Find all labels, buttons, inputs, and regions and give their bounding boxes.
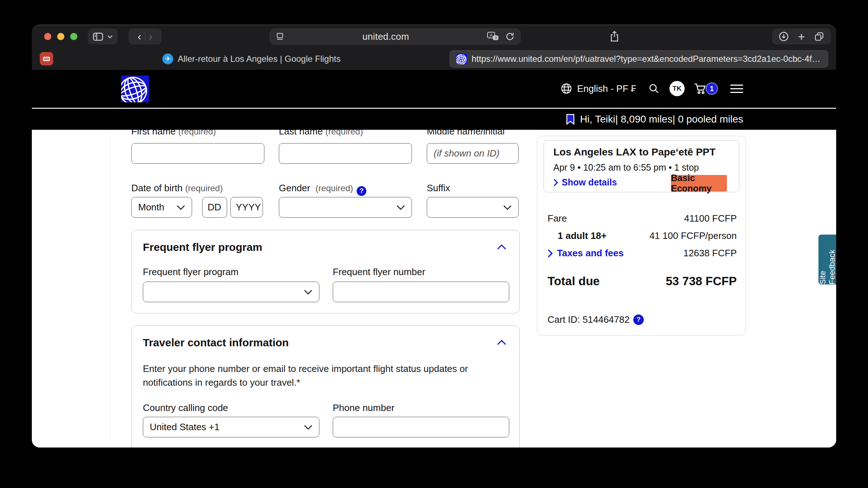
- united-logo[interactable]: [121, 76, 149, 102]
- language-currency-label: English - PF ₣: [577, 83, 636, 94]
- country-code-label: Country calling code: [143, 402, 228, 414]
- chevron-down-icon: [304, 290, 312, 295]
- header-nav: English - PF ₣ TK: [561, 70, 743, 107]
- dob-label: Date of birth (required): [131, 183, 223, 194]
- address-bar[interactable]: united.com A 文: [269, 28, 521, 45]
- chevron-down-icon: [304, 425, 312, 430]
- share-button[interactable]: [605, 29, 624, 44]
- site-feedback-label: Site Feedback: [818, 235, 837, 284]
- svg-text:A: A: [490, 33, 493, 38]
- price-summary-card: Los Angeles LAX to Papeʻetē PPT Apr 9 • …: [537, 136, 746, 335]
- cart-id-help-icon[interactable]: ?: [633, 314, 644, 325]
- close-window-button[interactable]: [44, 33, 51, 40]
- taxes-row: Taxes and fees 12638 FCFP: [548, 248, 737, 259]
- nav-divider: [145, 32, 145, 41]
- tab-google-flights[interactable]: ✈ Aller-retour à Los Angeles | Google Fl…: [57, 48, 446, 70]
- ff-number-input[interactable]: [333, 282, 509, 302]
- fare-row: Fare 41100 FCFP: [548, 213, 737, 224]
- back-button[interactable]: ‹: [138, 31, 141, 42]
- screenshot-stage: ‹ › united.com A 文: [0, 0, 868, 488]
- taxes-value: 12638 FCFP: [684, 248, 737, 259]
- middle-name-label: Middle name/initial: [427, 130, 505, 137]
- google-flights-favicon: ✈: [162, 53, 173, 64]
- page-settings-icon[interactable]: [275, 32, 285, 41]
- flight-info-card: Los Angeles LAX to Papeʻetē PPT Apr 9 • …: [544, 140, 739, 192]
- language-currency-button[interactable]: English - PF ₣: [561, 83, 636, 94]
- dob-day-input[interactable]: DD: [202, 197, 227, 218]
- tab-united-active[interactable]: https://www.united.com/en/pf/uatravel?ty…: [450, 50, 828, 68]
- sidebar-toggle-button[interactable]: [88, 29, 118, 44]
- site-feedback-tab[interactable]: Site Feedback: [818, 235, 836, 284]
- cart-id: Cart ID: 514464782 ?: [548, 314, 644, 325]
- minimize-window-button[interactable]: [57, 33, 64, 40]
- fare-label: Fare: [548, 213, 567, 224]
- cabin-badge: Basic Economy: [671, 175, 727, 192]
- frequent-flyer-section: Frequent flyer program Frequent flyer pr…: [131, 230, 520, 313]
- united-site-header: English - PF ₣ TK: [32, 70, 836, 108]
- total-value: 53 738 FCFP: [666, 274, 737, 288]
- collapse-chevron-up-icon[interactable]: [497, 244, 506, 251]
- collapse-chevron-up-icon[interactable]: [497, 339, 506, 347]
- country-code-select[interactable]: United States +1: [143, 417, 319, 437]
- total-row: Total due 53 738 FCFP: [548, 274, 737, 288]
- nav-buttons: ‹ ›: [128, 29, 162, 44]
- new-tab-button[interactable]: +: [798, 30, 805, 43]
- account-avatar[interactable]: TK: [669, 81, 685, 96]
- passenger-row: 1 adult 18+ 41 100 FCFP/person: [558, 230, 737, 241]
- url-text[interactable]: united.com: [285, 31, 487, 42]
- phone-number-label: Phone number: [333, 402, 395, 414]
- chevron-right-icon: [553, 179, 558, 187]
- contact-description: Enter your phone number or email to rece…: [143, 362, 510, 389]
- toolbar-right-group: +: [772, 29, 831, 44]
- gender-help-icon[interactable]: ?: [357, 186, 366, 196]
- tab-google-flights-title: Aller-retour à Los Angeles | Google Flig…: [178, 54, 340, 64]
- chevron-down-icon: [176, 205, 185, 210]
- flight-route: Los Angeles LAX to Papeʻetē PPT: [553, 146, 716, 158]
- chevron-down-icon: [396, 205, 405, 210]
- passenger-value: 41 100 FCFP/person: [650, 230, 737, 241]
- first-name-input[interactable]: [131, 143, 264, 164]
- pinned-tab[interactable]: [40, 52, 53, 65]
- cart-button[interactable]: 1: [693, 82, 718, 95]
- zoom-window-button[interactable]: [70, 33, 77, 40]
- united-page: English - PF ₣ TK: [32, 70, 836, 448]
- miles-banner: Hi, Teiki| 8,090 miles| 0 pooled miles: [32, 109, 836, 130]
- safari-window: ‹ › united.com A 文: [32, 25, 836, 448]
- search-icon[interactable]: [648, 83, 659, 94]
- ff-program-select[interactable]: [143, 282, 319, 302]
- last-name-input[interactable]: [279, 143, 412, 164]
- dob-year-input[interactable]: YYYY: [230, 197, 263, 218]
- translate-icon[interactable]: A 文: [487, 31, 499, 42]
- passenger-label: 1 adult 18+: [558, 230, 607, 241]
- taxes-link[interactable]: Taxes and fees: [548, 248, 624, 259]
- menu-icon[interactable]: [730, 85, 743, 93]
- last-name-label: Last name (required): [279, 130, 363, 137]
- suffix-select[interactable]: [427, 197, 519, 218]
- forward-button[interactable]: ›: [149, 31, 153, 42]
- total-label: Total due: [548, 274, 600, 288]
- fare-value: 41100 FCFP: [684, 213, 737, 224]
- traveler-contact-title: Traveler contact information: [143, 337, 289, 349]
- downloads-icon[interactable]: [778, 31, 789, 42]
- chevron-down-icon: [503, 205, 512, 210]
- miles-banner-text: Hi, Teiki| 8,090 miles| 0 pooled miles: [580, 114, 743, 125]
- tab-overview-icon[interactable]: [814, 31, 825, 42]
- browser-toolbar: ‹ › united.com A 文: [32, 25, 836, 48]
- flight-schedule: Apr 9 • 10:25 am to 6:55 pm • 1 stop: [553, 162, 699, 173]
- phone-number-input[interactable]: [333, 417, 509, 437]
- chevron-down-icon: [107, 35, 113, 39]
- ff-program-label: Frequent flyer program: [143, 266, 238, 278]
- globe-icon: [561, 83, 572, 94]
- window-controls: [44, 33, 77, 40]
- frequent-flyer-title: Frequent flyer program: [143, 241, 262, 253]
- gender-select[interactable]: [279, 197, 412, 218]
- sidebar-icon: [93, 31, 103, 42]
- page-content: First name (required) Last name (require…: [32, 130, 836, 448]
- suffix-label: Suffix: [427, 183, 450, 194]
- pinned-tab-favicon: [43, 57, 50, 61]
- reload-icon[interactable]: [505, 31, 515, 42]
- traveler-contact-section: Traveler contact information Enter your …: [131, 325, 520, 448]
- dob-month-select[interactable]: Month: [131, 197, 192, 218]
- show-details-link[interactable]: Show details: [553, 177, 617, 188]
- middle-name-input[interactable]: [427, 143, 519, 164]
